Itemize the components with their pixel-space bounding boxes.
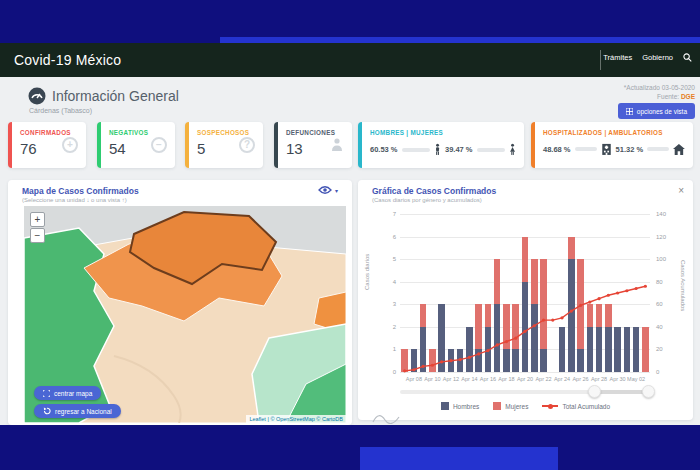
minus-circle-icon: − <box>151 137 167 153</box>
x-axis-tick-label: Apr 12 <box>443 376 459 382</box>
carto-link[interactable]: © CartoDB <box>315 416 343 422</box>
center-map-label: centrar mapa <box>54 390 92 397</box>
map-panel-title: Mapa de Casos Confirmados <box>22 186 139 196</box>
legend-item-total-acumulado[interactable]: Total Acumulado <box>542 402 610 410</box>
mujeres-pct: 39.47 % <box>445 145 473 154</box>
back-national-button[interactable]: regresar a Nacional <box>34 404 121 418</box>
x-axis-tick-label: Apr 16 <box>480 376 496 382</box>
slider-selected-range[interactable] <box>594 390 648 394</box>
nav-tramites[interactable]: Trámites <box>603 53 632 62</box>
gauge-icon <box>28 87 46 105</box>
legend-item-hombres[interactable]: Hombres <box>441 402 479 410</box>
y-right-tick: 120 <box>656 234 666 240</box>
source-value-link[interactable]: DGE <box>681 93 695 100</box>
chevron-down-icon: ▾ <box>335 187 338 194</box>
card-negativos: NEGATIVOS 54 − <box>97 122 175 168</box>
crosshair-icon <box>43 390 50 397</box>
chart-legend: HombresMujeresTotal Acumulado <box>358 402 693 410</box>
x-axis-tick-label: Apr 20 <box>517 376 533 382</box>
x-axis-tick-label: Apr 14 <box>461 376 477 382</box>
y-right-tick: 40 <box>656 324 663 330</box>
x-axis-tick-label: Apr 08 <box>406 376 422 382</box>
view-options-button[interactable]: opciones de vista <box>618 103 695 119</box>
sospechosos-label: SOSPECHOSOS <box>197 129 255 136</box>
hospital-icon <box>601 142 612 156</box>
y-right-tick: 60 <box>656 301 663 307</box>
ambulatorios-progress <box>647 147 669 151</box>
map-view-toggle[interactable]: ▾ <box>318 185 338 195</box>
hospitalizados-pct: 48.68 % <box>543 145 571 154</box>
y-left-tick: 7 <box>393 211 396 217</box>
grid-icon <box>626 108 633 115</box>
y-left-tick: 5 <box>393 256 396 262</box>
source-label: Fuente: <box>657 93 679 100</box>
y-left-tick: 0 <box>393 369 396 375</box>
map-zoom-out-button[interactable]: − <box>30 228 45 243</box>
footer-blue-bar[interactable] <box>360 447 558 470</box>
page-location: Cárdenas (Tabasco) <box>29 107 92 114</box>
decorative-squiggle <box>372 412 400 424</box>
legend-swatch <box>542 405 558 407</box>
search-icon[interactable] <box>683 53 692 62</box>
y-right-tick: 20 <box>656 346 663 352</box>
defunciones-label: DEFUNCIONES <box>286 129 344 136</box>
y-left-tick: 3 <box>393 301 396 307</box>
y-left-axis-title: Casos diarios <box>364 254 370 290</box>
x-axis-tick-label: Apr 10 <box>424 376 440 382</box>
negativos-label: NEGATIVOS <box>109 129 167 136</box>
x-axis-tick-label: May 02 <box>627 376 645 382</box>
chart-panel-title: Gráfica de Casos Confirmados <box>372 186 496 196</box>
slider-handle-left[interactable] <box>588 385 601 398</box>
plus-circle-icon: + <box>62 137 78 153</box>
genero-label: HOMBRES | MUJERES <box>370 129 516 136</box>
cumulative-line <box>400 214 650 372</box>
chart-plot: 01234567020406080100120140Apr 08Apr 10Ap… <box>400 214 650 372</box>
map-panel: Mapa de Casos Confirmados (Seleccione un… <box>8 180 352 425</box>
atencion-label: HOSPITALIZADOS | AMBULATORIOS <box>543 129 685 136</box>
y-right-tick: 0 <box>656 369 659 375</box>
confirmados-label: CONFIRMADOS <box>20 129 78 136</box>
updated-text: *Actualizado 03-05-2020 <box>624 84 695 91</box>
close-icon[interactable]: × <box>678 185 684 196</box>
x-axis-tick-label: Apr 30 <box>609 376 625 382</box>
osm-link[interactable]: © OpenStreetMap <box>270 416 314 422</box>
home-icon <box>673 143 685 156</box>
y-right-axis-title: Casos Acumulados <box>680 260 686 311</box>
eye-icon <box>318 185 332 195</box>
chart-panel: Gráfica de Casos Confirmados (Casos diar… <box>358 180 693 420</box>
card-genero: HOMBRES | MUJERES 60.53 % 39.47 % <box>358 122 524 168</box>
card-sospechosos: SOSPECHOSOS 5 ? <box>185 122 263 168</box>
y-left-tick: 1 <box>393 346 396 352</box>
map-canvas[interactable]: + − centrar mapa regresar a Nacional Lea… <box>24 206 346 423</box>
map-zoom-in-button[interactable]: + <box>30 212 45 227</box>
x-axis-tick-label: Apr 22 <box>535 376 551 382</box>
male-icon <box>434 142 441 157</box>
legend-item-mujeres[interactable]: Mujeres <box>493 402 528 410</box>
hombres-progress <box>402 148 430 152</box>
center-map-button[interactable]: centrar mapa <box>34 386 101 400</box>
female-icon <box>509 142 516 157</box>
x-axis-tick-label: Apr 28 <box>591 376 607 382</box>
back-national-label: regresar a Nacional <box>55 408 112 415</box>
leaflet-link[interactable]: Leaflet | <box>249 416 270 422</box>
legend-swatch <box>493 402 501 410</box>
y-right-tick: 80 <box>656 279 663 285</box>
gridline <box>400 372 650 373</box>
chart-panel-subtitle: (Casos diarios por género y acumulados) <box>372 197 482 203</box>
nav-gobierno[interactable]: Gobierno <box>642 53 673 62</box>
legend-swatch <box>441 402 449 410</box>
person-icon <box>331 138 343 152</box>
y-right-tick: 100 <box>656 256 666 262</box>
header-divider <box>600 50 601 70</box>
hospitalizados-progress <box>575 147 597 151</box>
slider-handle-right[interactable] <box>642 385 655 398</box>
legend-label: Hombres <box>453 403 479 410</box>
y-right-tick: 140 <box>656 211 666 217</box>
x-axis-tick-label: Apr 24 <box>554 376 570 382</box>
header-nav: Trámites Gobierno <box>603 53 692 62</box>
legend-label: Total Acumulado <box>562 403 610 410</box>
y-left-tick: 4 <box>393 279 396 285</box>
chart-range-slider[interactable] <box>400 390 650 394</box>
ambulatorios-pct: 51.32 % <box>616 145 644 154</box>
app-title: Covid-19 México <box>14 52 121 68</box>
